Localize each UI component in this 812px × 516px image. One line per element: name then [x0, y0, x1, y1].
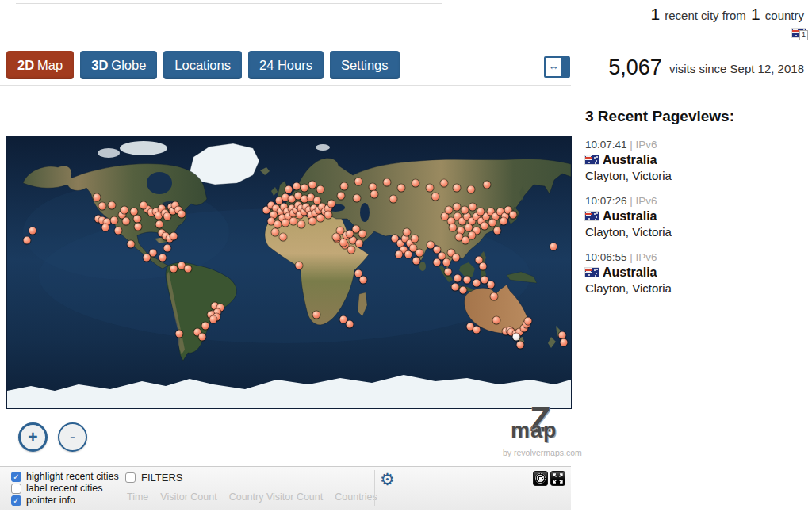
gear-icon[interactable]: ⚙: [380, 471, 395, 488]
pageview-time: 10:07:41: [585, 139, 627, 151]
recent-country-count: 1: [749, 5, 762, 23]
visitor-dot: [488, 281, 495, 289]
visitor-dot: [494, 227, 501, 235]
pageview-protocol: IPv6: [636, 251, 657, 263]
visitor-dot: [293, 183, 301, 190]
flag-count-badge: 1: [799, 30, 808, 40]
visitor-dot: [462, 237, 469, 244]
filter-option-countries[interactable]: Countries: [335, 491, 377, 503]
visitor-dot: [290, 218, 297, 225]
visitor-dot: [338, 193, 345, 200]
checkbox-icon[interactable]: [11, 495, 21, 506]
visitor-dot: [484, 182, 491, 189]
target-icon[interactable]: [533, 471, 548, 486]
visitor-dot: [128, 241, 135, 248]
visitor-dot: [296, 262, 303, 269]
visitor-dot: [185, 266, 192, 273]
pageview-time: 10:07:26: [585, 195, 627, 207]
world-map[interactable]: [6, 136, 572, 409]
visitor-dot: [164, 245, 171, 252]
visitor-dot: [202, 323, 209, 330]
checkbox-icon[interactable]: [11, 472, 21, 482]
zoom-out-button[interactable]: -: [58, 422, 87, 452]
visitor-dot: [272, 229, 279, 236]
visitor-dot: [469, 204, 477, 211]
visitor-dot: [359, 231, 366, 238]
tab-24-hours[interactable]: 24 Hours: [248, 51, 324, 79]
visitor-dot: [314, 197, 321, 204]
left-right-arrow-icon: ↔: [546, 58, 561, 76]
visitor-dot: [412, 235, 419, 243]
logo-map-text: map: [511, 419, 557, 443]
visitor-dot: [356, 240, 363, 247]
checkbox-label-recent-cities[interactable]: label recent cities: [11, 483, 103, 494]
visitor-dot: [481, 223, 488, 230]
fullscreen-icon[interactable]: [550, 471, 565, 486]
visit-counter: 5,067 visits since Sept 12, 2018: [608, 55, 804, 80]
visitor-dot: [465, 224, 473, 231]
visitor-dot: [298, 221, 305, 228]
header-divider: [0, 85, 571, 86]
recent-city-dot: [513, 334, 520, 341]
visitor-dot: [178, 211, 186, 218]
visitor-dot: [491, 293, 498, 300]
tab-2d-map[interactable]: 2DMap: [6, 51, 74, 79]
visitor-dot: [309, 218, 316, 225]
expand-width-toggle[interactable]: ↔: [544, 56, 570, 78]
checkbox-icon[interactable]: [11, 484, 21, 494]
revolvermaps-credit[interactable]: by revolvermaps.com: [503, 448, 582, 457]
visitor-dot: [317, 186, 324, 193]
visitor-dot: [164, 213, 171, 220]
view-tabs: 2DMap 3DGlobe Locations 24 Hours Setting…: [6, 51, 400, 79]
visitor-dot: [109, 202, 116, 209]
visitor-dot: [450, 224, 457, 231]
recent-pageviews-panel: 3 Recent Pageviews: 10:07:41 | IPv6 Aust…: [576, 89, 811, 516]
pageview-country: Australia: [603, 264, 657, 281]
visitor-dot: [454, 275, 462, 282]
visitor-dot: [480, 263, 487, 270]
visitor-dot: [460, 287, 467, 294]
visitor-dot: [156, 221, 163, 228]
visitor-dot: [500, 218, 508, 225]
filter-option-time[interactable]: Time: [127, 491, 148, 503]
visitor-dot: [210, 316, 217, 323]
filter-option-visitor-count[interactable]: Visitor Count: [160, 491, 216, 503]
visitor-dot: [328, 201, 335, 208]
tab-3d-globe[interactable]: 3DGlobe: [80, 51, 157, 79]
visitor-dot: [170, 233, 178, 240]
visitor-dot: [140, 202, 147, 209]
visitor-dot: [317, 215, 324, 222]
tab-locations[interactable]: Locations: [163, 51, 242, 79]
visitor-dot: [473, 327, 481, 334]
australia-flag-icon: [585, 212, 599, 220]
pageview-protocol: IPv6: [636, 195, 657, 207]
pageview-entry: 10:07:26 | IPv6 Australia Clayton, Victo…: [585, 194, 811, 240]
visitor-dot: [453, 254, 460, 262]
filter-option-country-visitor-count[interactable]: Country Visitor Count: [229, 491, 324, 503]
visitor-dot: [111, 217, 118, 224]
zoom-in-button[interactable]: +: [18, 422, 48, 452]
checkbox-filters[interactable]: FILTERS: [125, 472, 183, 484]
visitor-dot: [354, 195, 361, 202]
checkbox-highlight-recent-cities[interactable]: highlight recent cities: [11, 471, 119, 482]
visitor-dot: [432, 193, 439, 201]
visitor-dot: [468, 186, 475, 193]
tab-settings[interactable]: Settings: [330, 51, 400, 79]
header-flag[interactable]: 1: [792, 26, 806, 35]
visitor-dot: [412, 180, 419, 187]
visitor-dot: [301, 185, 308, 192]
visitor-dot: [280, 234, 287, 241]
checkbox-pointer-info[interactable]: pointer info: [11, 495, 75, 506]
visitor-dot: [398, 185, 405, 192]
checkbox-icon[interactable]: [125, 472, 136, 483]
visitor-dot: [462, 207, 469, 214]
visitor-dot: [115, 227, 122, 235]
visitor-dot: [454, 204, 461, 211]
visitor-dot: [24, 237, 31, 244]
pageview-protocol: IPv6: [636, 139, 657, 151]
visitor-dot: [434, 259, 441, 266]
visitor-dot: [510, 212, 517, 219]
visitor-dot: [347, 321, 354, 328]
top-divider: [16, 3, 442, 4]
visitor-dot: [144, 254, 151, 262]
